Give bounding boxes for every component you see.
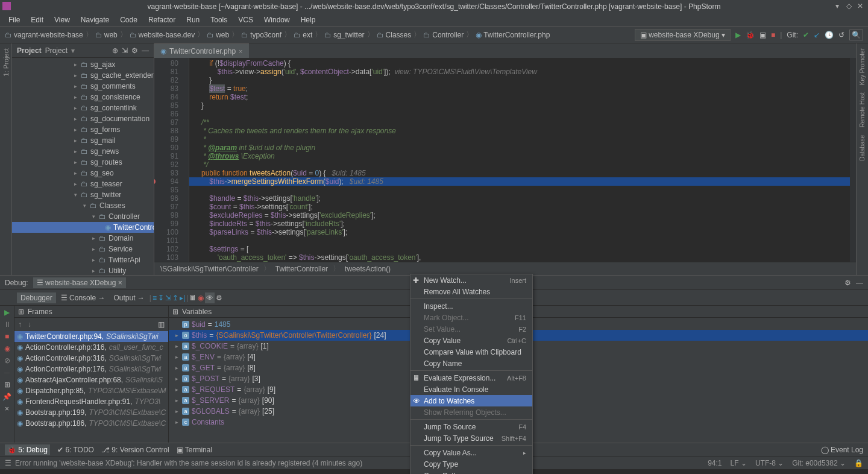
ctx-add-to-watches[interactable]: 👁Add to Watches (410, 395, 532, 406)
menu-edit[interactable]: Edit (26, 14, 48, 25)
frame-item[interactable]: ◉ ActionController.php:176, SGalinski\Sg… (14, 364, 168, 374)
tool--todo[interactable]: ✔ 6: TODO (57, 446, 94, 454)
menu-vcs[interactable]: VCS (233, 14, 258, 25)
tree-item[interactable]: ▾🗀 Classes (12, 200, 154, 211)
event-log-button[interactable]: ◯ Event Log (821, 446, 863, 454)
tree-item[interactable]: ▸🗀 Utility (12, 265, 154, 275)
git-branch[interactable]: Git: e00d5382 ⌄ (792, 459, 846, 467)
vcs-commit-icon[interactable]: ↙ (814, 31, 820, 39)
tree-item[interactable]: ▸🗀 sg_news (12, 146, 154, 157)
mute-bp-icon[interactable]: ⊘ (4, 356, 10, 365)
tool-remotehost-tab[interactable]: Remote Host (859, 92, 866, 127)
tab-close-icon[interactable]: × (239, 48, 242, 55)
pin-icon[interactable]: 📌 (2, 393, 11, 401)
menu-view[interactable]: View (49, 14, 75, 25)
breadcrumb-item[interactable]: 🗀 Controller (423, 31, 464, 39)
ctx-copy-value-as-[interactable]: Copy Value As...▸ (410, 447, 532, 458)
tree-item[interactable]: ▸🗀 sg_teaser (12, 179, 154, 189)
watches-icon[interactable]: 👁 (205, 292, 215, 303)
status-icon[interactable]: ☰ (5, 459, 11, 467)
gear-icon[interactable]: ⚙ (844, 279, 851, 287)
menu-tools[interactable]: Tools (206, 14, 232, 25)
evaluate-icon[interactable]: 🖩 (189, 294, 197, 302)
debug-icon[interactable]: 🐞 (746, 31, 755, 39)
locate-icon[interactable]: ⊕ (112, 46, 118, 55)
breadcrumb-item[interactable]: 🗀 vagrant-website-base (5, 31, 83, 39)
tree-item[interactable]: ▸🗀 sg_cache_extender (12, 70, 154, 81)
tree-item[interactable]: ▸🗀 sg_routes (12, 157, 154, 168)
ctx-evaluate-in-console[interactable]: Evaluate In Console (410, 384, 532, 395)
ctx-inspect-[interactable]: Inspect... (410, 300, 532, 312)
menu-file[interactable]: File (4, 14, 25, 25)
ctx-new-watch-[interactable]: ✚New Watch...Insert (410, 274, 532, 286)
tree-item[interactable]: ▾🗀 Controller (12, 211, 154, 222)
stop-icon[interactable]: ■ (771, 31, 775, 39)
breadcrumb-item[interactable]: 🗀 Classes (377, 31, 412, 39)
pause-icon[interactable]: ⏸ (4, 320, 11, 329)
breadcrumb-item[interactable]: 🗀 web (207, 31, 229, 39)
vcs-update-icon[interactable]: ✔ (803, 31, 809, 39)
frame-item[interactable]: ◉ Dispatcher.php:85, TYPO3\CMS\Extbase\M (14, 385, 168, 396)
console-tab[interactable]: ☰ Console → (57, 292, 109, 303)
tree-item[interactable]: ▸🗀 Domain (12, 233, 154, 244)
editor-tab[interactable]: ◉ TwitterController.php × (154, 43, 249, 58)
ctx-copy-path[interactable]: Copy Path (410, 470, 532, 474)
output-tab[interactable]: Output → (110, 292, 148, 303)
prev-frame-icon[interactable]: ↑ (18, 320, 22, 329)
run-config-selector[interactable]: ▣ website-base XDebug ▾ (635, 29, 731, 41)
menu-navigate[interactable]: Navigate (76, 14, 114, 25)
tree-item[interactable]: ▸🗀 TwitterApi (12, 254, 154, 265)
tree-item[interactable]: ▸🗀 sg_forms (12, 124, 154, 135)
breadcrumb-item[interactable]: 🗀 ext (294, 31, 312, 39)
debugger-tab[interactable]: Debugger (17, 292, 56, 303)
ctx-compare-value-with-clipboard[interactable]: Compare Value with Clipboard (410, 346, 532, 358)
tool-keypromoter-tab[interactable]: Key Promoter (859, 48, 866, 85)
line-ending[interactable]: LF ⌄ (731, 459, 747, 467)
breadcrumb-item[interactable]: 🗀 website-base.dev (130, 31, 195, 39)
minimize-icon[interactable]: ▾ (835, 2, 843, 9)
stop-icon[interactable]: ■ (5, 332, 9, 341)
tool-database-tab[interactable]: Database (859, 135, 866, 161)
error-stripe[interactable] (850, 58, 856, 262)
menu-refactor[interactable]: Refactor (143, 14, 180, 25)
ctx-copy-value[interactable]: Copy ValueCtrl+C (410, 335, 532, 346)
ctx-evaluate-expression-[interactable]: 🖩Evaluate Expression...Alt+F8 (410, 372, 532, 384)
tree-item[interactable]: ▸🗀 sg_mail (12, 135, 154, 146)
tree-item[interactable]: ▸🗀 sg_consistence (12, 92, 154, 103)
collapse-icon[interactable]: ⇲ (122, 46, 128, 55)
fold-strip[interactable] (182, 58, 189, 262)
menu-run[interactable]: Run (181, 14, 204, 25)
settings-icon[interactable]: ⚙ (216, 294, 222, 302)
ctx-remove-all-watches[interactable]: Remove All Watches (410, 286, 532, 297)
tool-terminal[interactable]: ▣ Terminal (177, 446, 212, 454)
frame-item[interactable]: ◉ TwitterController.php:94, SGalinski\Sg… (14, 331, 168, 342)
ctx-jump-to-source[interactable]: Jump To SourceF4 (410, 421, 532, 432)
ctx-copy-name[interactable]: Copy Name (410, 358, 532, 369)
frame-item[interactable]: ◉ ActionController.php:316, SGalinski\Sg… (14, 353, 168, 364)
vcs-revert-icon[interactable]: ↺ (838, 31, 844, 39)
restore-layout-icon[interactable]: ⊞ (4, 381, 10, 389)
frame-item[interactable]: ◉ FrontendRequestHandler.php:91, TYPO3\ (14, 396, 168, 407)
breadcrumb-item[interactable]: ◉ TwitterController.php (476, 31, 550, 39)
close-icon[interactable]: × (5, 405, 9, 413)
gear-icon[interactable]: ⚙ (131, 46, 138, 55)
tree-item[interactable]: ▸🗀 sg_ajax (12, 59, 154, 70)
breadcrumb-item[interactable]: 🗀 web (95, 31, 118, 39)
menu-code[interactable]: Code (115, 14, 142, 25)
menu-window[interactable]: Window (259, 14, 295, 25)
step-into-icon[interactable]: ↧ (158, 294, 164, 302)
tree-item[interactable]: ◉ TwitterController (12, 222, 154, 233)
step-out-icon[interactable]: ↥ (172, 294, 178, 302)
view-bp-icon[interactable]: ◉ (4, 344, 10, 353)
search-icon[interactable]: 🔍 (849, 30, 863, 40)
menu-help[interactable]: Help (296, 14, 321, 25)
tree-item[interactable]: ▸🗀 Service (12, 244, 154, 254)
tree-item[interactable]: ▸🗀 sg_seo (12, 168, 154, 179)
code-editor[interactable]: if (!$displayFromCache) { $this->view->a… (189, 58, 850, 262)
editor-nav-path[interactable]: \SGalinski\SgTwitter\Controller〉TwitterC… (154, 262, 856, 275)
vcs-history-icon[interactable]: 🕓 (825, 31, 834, 39)
hide-panel-icon[interactable]: — (856, 279, 863, 287)
encoding[interactable]: UTF-8 ⌄ (755, 459, 784, 467)
ctx-copy-type[interactable]: Copy Type (410, 458, 532, 470)
tool--version-control[interactable]: ⎇ 9: Version Control (101, 446, 169, 454)
